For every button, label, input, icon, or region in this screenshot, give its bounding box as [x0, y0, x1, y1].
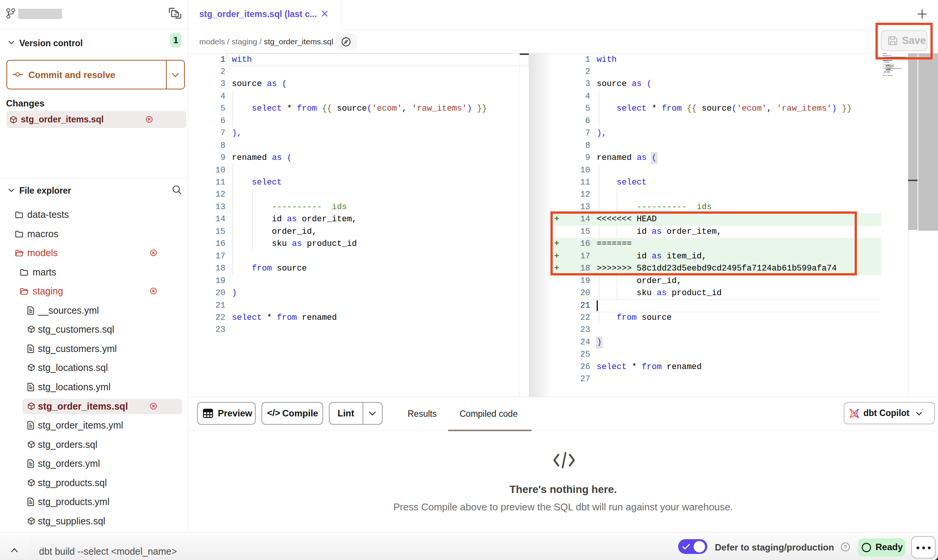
svg-text:?: ?: [844, 544, 847, 550]
